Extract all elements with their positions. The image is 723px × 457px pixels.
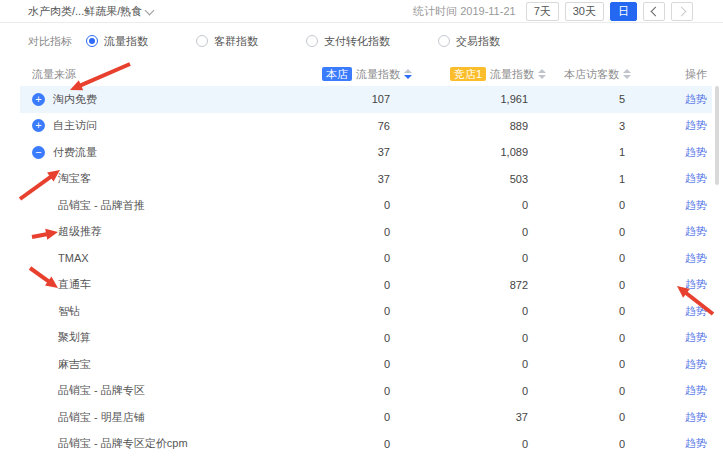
table-row: 品销宝 - 明星店铺 0 37 0 趋势 (20, 404, 712, 431)
rival-index-value: 889 (390, 120, 528, 132)
header-visitors: 本店访客数 (528, 67, 625, 82)
source-name: 淘内免费 (53, 92, 97, 107)
radio-icon (438, 35, 450, 47)
range-button-7天[interactable]: 7天 (526, 2, 559, 21)
shop-index-value: 37 (270, 173, 390, 185)
trend-link[interactable]: 趋势 (685, 146, 707, 158)
prev-day-button[interactable] (643, 2, 665, 21)
trend-link[interactable]: 趋势 (685, 93, 707, 105)
trend-link[interactable]: 趋势 (685, 199, 707, 211)
header-rival-index: 竞店1 流量指数 (390, 67, 528, 82)
source-name-cell: − 付费流量 (20, 145, 270, 160)
shop-index-value: 0 (270, 438, 390, 450)
shop-index-value: 76 (270, 120, 390, 132)
source-name-cell: 超级推荐 (20, 224, 270, 239)
metric-radio-group: 流量指数客群指数支付转化指数交易指数 (86, 34, 548, 49)
stat-time-label: 统计时间 2019-11-21 (413, 4, 516, 19)
source-name-cell: 直通车 (20, 277, 270, 292)
expand-toggle-icon[interactable]: + (32, 93, 45, 106)
scrollbar-thumb[interactable] (715, 86, 719, 185)
trend-link[interactable]: 趋势 (685, 437, 707, 449)
chevron-left-icon (650, 7, 660, 17)
trend-link[interactable]: 趋势 (685, 225, 707, 237)
metric-radio-流量指数[interactable]: 流量指数 (86, 34, 148, 49)
source-name: 品销宝 - 品牌专区定价cpm (58, 436, 188, 451)
top-bar: 水产肉类/...鲜蔬果/熟食 统计时间 2019-11-21 7天30天日 (0, 0, 723, 22)
rival-index-value: 0 (390, 358, 528, 370)
radio-label: 支付转化指数 (324, 34, 390, 49)
metric-radio-交易指数[interactable]: 交易指数 (438, 34, 500, 49)
range-button-group: 7天30天日 (526, 2, 637, 21)
visitors-value: 0 (528, 199, 625, 211)
shop-badge: 本店 (322, 67, 352, 81)
rival-index-value: 1,089 (390, 146, 528, 158)
trend-link[interactable]: 趋势 (685, 331, 707, 343)
visitors-value: 0 (528, 411, 625, 423)
table-row: − 付费流量 37 1,089 1 趋势 (20, 139, 712, 166)
trend-link[interactable]: 趋势 (685, 384, 707, 396)
visitors-value: 0 (528, 279, 625, 291)
visitors-value: 5 (528, 93, 625, 105)
source-name: 超级推荐 (58, 224, 102, 239)
range-button-30天[interactable]: 30天 (565, 2, 604, 21)
source-name-cell: 麻吉宝 (20, 357, 270, 372)
visitors-value: 0 (528, 358, 625, 370)
trend-link[interactable]: 趋势 (685, 278, 707, 290)
rival-index-value: 1,961 (390, 93, 528, 105)
visitors-value: 0 (528, 332, 625, 344)
table-row: 超级推荐 0 0 0 趋势 (20, 219, 712, 246)
visitors-value: 0 (528, 305, 625, 317)
rival-index-value: 0 (390, 305, 528, 317)
expand-toggle-icon[interactable]: − (32, 146, 45, 159)
shop-index-value: 0 (270, 279, 390, 291)
radio-label: 客群指数 (214, 34, 258, 49)
rival-index-value: 0 (390, 438, 528, 450)
category-breadcrumb[interactable]: 水产肉类/...鲜蔬果/熟食 (28, 4, 153, 19)
chevron-down-icon (145, 5, 155, 15)
visitors-value: 0 (528, 252, 625, 264)
expand-toggle-icon[interactable]: + (32, 119, 45, 132)
trend-link[interactable]: 趋势 (685, 305, 707, 317)
rival-index-value: 0 (390, 385, 528, 397)
next-day-button[interactable] (671, 2, 693, 21)
range-button-日[interactable]: 日 (610, 2, 637, 21)
header-action: 操作 (625, 67, 712, 82)
shop-index-value: 0 (270, 199, 390, 211)
trend-link[interactable]: 趋势 (685, 119, 707, 131)
trend-link[interactable]: 趋势 (685, 358, 707, 370)
visitors-value: 0 (528, 385, 625, 397)
source-name: 淘宝客 (58, 171, 91, 186)
table-row: 麻吉宝 0 0 0 趋势 (20, 351, 712, 378)
source-name: 聚划算 (58, 330, 91, 345)
table-row: 品销宝 - 品牌专区定价cpm 0 0 0 趋势 (20, 431, 712, 457)
rival-badge: 竞店1 (450, 67, 486, 81)
shop-index-value: 37 (270, 146, 390, 158)
source-name-cell: + 自主访问 (20, 118, 270, 133)
trend-link[interactable]: 趋势 (685, 252, 707, 264)
source-name: 付费流量 (53, 145, 97, 160)
compare-metric-row: 对比指标 流量指数客群指数支付转化指数交易指数 (28, 30, 548, 52)
metric-radio-客群指数[interactable]: 客群指数 (196, 34, 258, 49)
source-name-cell: 品销宝 - 明星店铺 (20, 410, 270, 425)
header-shop-index: 本店 流量指数 (270, 67, 390, 82)
source-name: TMAX (58, 252, 89, 264)
visitors-value: 0 (528, 438, 625, 450)
breadcrumb-label: 水产肉类/...鲜蔬果/熟食 (28, 4, 142, 19)
compare-metric-label: 对比指标 (28, 34, 72, 49)
metric-radio-支付转化指数[interactable]: 支付转化指数 (306, 34, 390, 49)
trend-link[interactable]: 趋势 (685, 172, 707, 184)
visitors-value: 3 (528, 120, 625, 132)
source-name-cell: + 淘内免费 (20, 92, 270, 107)
source-name-cell: TMAX (20, 252, 270, 264)
visitors-value: 1 (528, 173, 625, 185)
rival-index-value: 0 (390, 226, 528, 238)
rival-index-value: 37 (390, 411, 528, 423)
date-controls: 统计时间 2019-11-21 7天30天日 (413, 2, 693, 21)
source-name: 智钻 (58, 304, 80, 319)
source-name: 品销宝 - 明星店铺 (58, 410, 145, 425)
radio-label: 流量指数 (104, 34, 148, 49)
source-name: 品销宝 - 品牌专区 (58, 383, 145, 398)
table-header: 流量来源 本店 流量指数 竞店1 流量指数 本店访客数 操作 (20, 62, 712, 86)
trend-link[interactable]: 趋势 (685, 411, 707, 423)
table-row: + 自主访问 76 889 3 趋势 (20, 113, 712, 140)
